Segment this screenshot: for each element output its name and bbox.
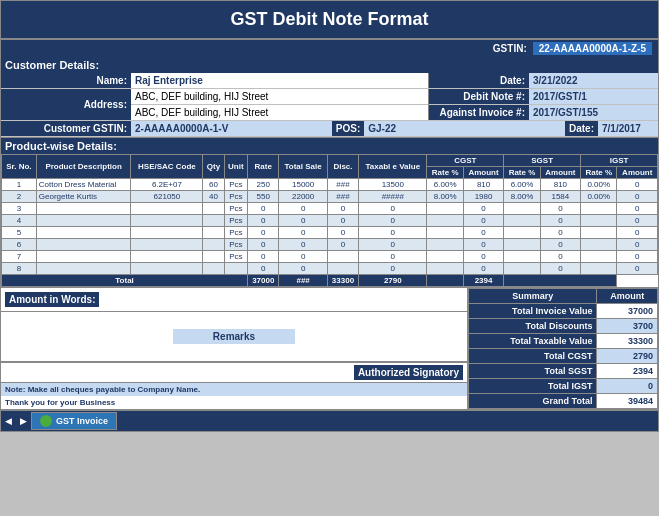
table-cell[interactable]: 0 — [540, 263, 580, 275]
table-cell[interactable] — [504, 239, 540, 251]
table-cell[interactable] — [504, 251, 540, 263]
table-cell[interactable]: 0 — [540, 251, 580, 263]
table-cell[interactable] — [36, 263, 131, 275]
table-cell[interactable]: 0 — [359, 263, 427, 275]
table-cell[interactable]: 0 — [617, 239, 658, 251]
table-cell[interactable]: 0 — [617, 179, 658, 191]
table-cell[interactable]: 0 — [248, 215, 279, 227]
table-cell[interactable]: 8.00% — [504, 191, 540, 203]
table-cell[interactable]: 0 — [279, 263, 327, 275]
table-cell[interactable] — [581, 227, 617, 239]
table-cell[interactable]: 810 — [463, 179, 503, 191]
table-cell[interactable]: 0 — [279, 227, 327, 239]
table-cell[interactable] — [327, 251, 358, 263]
table-cell[interactable]: 0 — [248, 263, 279, 275]
table-cell[interactable]: 0.00% — [581, 179, 617, 191]
table-cell[interactable]: 0 — [617, 203, 658, 215]
table-cell[interactable]: 0 — [327, 215, 358, 227]
table-cell[interactable]: 0 — [463, 239, 503, 251]
table-cell[interactable] — [427, 251, 463, 263]
table-cell[interactable]: 0 — [463, 251, 503, 263]
table-cell[interactable]: 0 — [248, 203, 279, 215]
table-cell[interactable]: ##### — [359, 191, 427, 203]
table-cell[interactable] — [504, 227, 540, 239]
table-cell[interactable] — [581, 203, 617, 215]
table-cell[interactable]: 6 — [2, 239, 37, 251]
table-cell[interactable]: 0 — [617, 263, 658, 275]
table-cell[interactable]: 2 — [2, 191, 37, 203]
table-cell[interactable] — [427, 263, 463, 275]
table-cell[interactable] — [203, 239, 224, 251]
table-cell[interactable]: 0 — [617, 251, 658, 263]
table-cell[interactable]: 4 — [2, 215, 37, 227]
table-cell[interactable]: 13500 — [359, 179, 427, 191]
table-cell[interactable]: 6.00% — [504, 179, 540, 191]
table-cell[interactable]: 0 — [248, 239, 279, 251]
amount-words-value[interactable] — [99, 298, 107, 302]
table-cell[interactable]: 5 — [2, 227, 37, 239]
table-cell[interactable]: 1 — [2, 179, 37, 191]
table-cell[interactable]: 0 — [463, 227, 503, 239]
nav-prev[interactable]: ◀ — [5, 416, 12, 426]
table-cell[interactable]: Pcs — [224, 215, 248, 227]
table-cell[interactable]: 550 — [248, 191, 279, 203]
table-cell[interactable] — [203, 251, 224, 263]
table-cell[interactable]: 40 — [203, 191, 224, 203]
table-cell[interactable] — [224, 263, 248, 275]
table-cell[interactable] — [581, 263, 617, 275]
table-cell[interactable] — [36, 251, 131, 263]
table-cell[interactable]: 0 — [463, 203, 503, 215]
table-cell[interactable] — [36, 239, 131, 251]
table-cell[interactable]: 3 — [2, 203, 37, 215]
table-cell[interactable]: 0 — [359, 251, 427, 263]
table-cell[interactable]: 7 — [2, 251, 37, 263]
table-cell[interactable]: 0 — [327, 227, 358, 239]
table-cell[interactable]: 0 — [359, 239, 427, 251]
table-cell[interactable]: 0 — [540, 227, 580, 239]
table-cell[interactable]: 0 — [540, 203, 580, 215]
table-cell[interactable]: 6.2E+07 — [131, 179, 203, 191]
table-cell[interactable]: 0 — [279, 239, 327, 251]
table-cell[interactable]: 60 — [203, 179, 224, 191]
table-cell[interactable] — [427, 239, 463, 251]
table-cell[interactable]: Cotton Dress Material — [36, 179, 131, 191]
table-cell[interactable]: 0 — [540, 215, 580, 227]
table-cell[interactable] — [203, 203, 224, 215]
table-cell[interactable]: 8 — [2, 263, 37, 275]
table-cell[interactable] — [504, 215, 540, 227]
table-cell[interactable]: 621050 — [131, 191, 203, 203]
table-cell[interactable]: 0 — [617, 215, 658, 227]
table-cell[interactable]: 0.00% — [581, 191, 617, 203]
table-cell[interactable]: 8.00% — [427, 191, 463, 203]
table-cell[interactable] — [203, 263, 224, 275]
table-cell[interactable]: Pcs — [224, 191, 248, 203]
table-cell[interactable] — [131, 263, 203, 275]
gst-invoice-tab[interactable]: GST Invoice — [31, 412, 117, 430]
table-cell[interactable]: 0 — [463, 215, 503, 227]
table-cell[interactable]: 0 — [248, 251, 279, 263]
table-cell[interactable]: 0 — [359, 203, 427, 215]
table-cell[interactable] — [581, 239, 617, 251]
table-cell[interactable]: 0 — [279, 203, 327, 215]
debit-note-value[interactable]: 2017/GST/1 — [529, 89, 658, 104]
against-invoice-value[interactable]: 2017/GST/155 — [529, 105, 658, 120]
table-cell[interactable]: Pcs — [224, 227, 248, 239]
nav-next[interactable]: ▶ — [20, 416, 27, 426]
table-cell[interactable] — [131, 203, 203, 215]
table-cell[interactable] — [131, 239, 203, 251]
table-cell[interactable]: 1584 — [540, 191, 580, 203]
table-cell[interactable] — [427, 227, 463, 239]
table-cell[interactable]: Pcs — [224, 239, 248, 251]
table-cell[interactable]: 0 — [327, 239, 358, 251]
table-cell[interactable]: 6.00% — [427, 179, 463, 191]
table-cell[interactable]: Georgette Kurtis — [36, 191, 131, 203]
table-cell[interactable]: 0 — [617, 227, 658, 239]
table-cell[interactable]: 0 — [359, 215, 427, 227]
table-cell[interactable]: 0 — [617, 191, 658, 203]
table-cell[interactable] — [427, 203, 463, 215]
name-value[interactable]: Raj Enterprise — [131, 73, 428, 88]
table-cell[interactable]: Pcs — [224, 179, 248, 191]
table-cell[interactable] — [36, 227, 131, 239]
table-cell[interactable] — [36, 203, 131, 215]
table-cell[interactable] — [581, 251, 617, 263]
